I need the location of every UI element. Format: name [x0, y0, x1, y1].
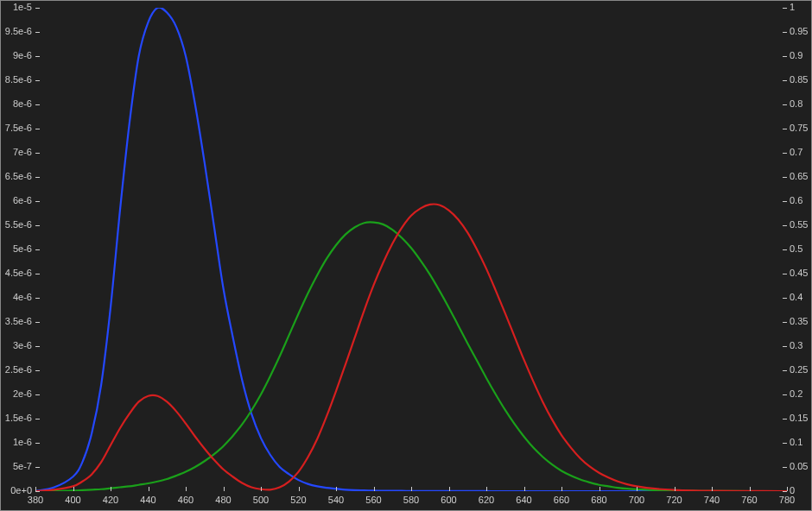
x-tick-mark — [149, 487, 149, 491]
y-tick-mark-left — [35, 104, 40, 105]
chart-frame: 0e+05e-71e-61.5e-62e-62.5e-63e-63.5e-64e… — [0, 0, 812, 511]
y-tick-left: 8.5e-6 — [5, 74, 32, 85]
y-tick-right: 0.3 — [790, 340, 802, 350]
y-tick-mark-right — [783, 298, 787, 299]
y-tick-right: 0.05 — [790, 461, 808, 471]
y-tick-left: 1e-6 — [13, 437, 32, 447]
x-tick: 740 — [700, 495, 724, 505]
y-tick-left: 6e-6 — [13, 195, 32, 205]
y-tick-mark-left — [35, 201, 40, 202]
x-tick: 580 — [399, 495, 423, 505]
y-tick-left: 5e-7 — [13, 461, 32, 471]
x-tick: 760 — [738, 495, 762, 505]
y-tick-mark-right — [783, 443, 787, 444]
y-tick-mark-left — [35, 225, 40, 226]
y-tick-mark-left — [35, 394, 40, 395]
y-tick-left: 3e-6 — [13, 340, 32, 350]
y-tick-left: 5e-6 — [13, 243, 32, 254]
y-tick-left: 9e-6 — [13, 50, 32, 60]
y-tick-mark-left — [35, 80, 40, 81]
x-tick-mark — [73, 487, 74, 491]
x-tick: 420 — [98, 495, 123, 505]
y-tick-mark-left — [35, 129, 40, 129]
y-tick-right: 0.8 — [790, 98, 802, 109]
x-tick-mark — [524, 487, 525, 491]
x-tick-mark — [712, 487, 713, 491]
y-tick-right: 0.35 — [790, 316, 808, 326]
y-tick-mark-left — [35, 8, 40, 9]
x-tick: 680 — [587, 495, 612, 505]
y-tick-mark-right — [783, 274, 787, 274]
y-tick-right: 0.95 — [790, 26, 808, 36]
y-tick-left: 7.5e-6 — [5, 123, 32, 133]
y-tick-mark-left — [35, 419, 40, 420]
x-tick-mark — [224, 487, 225, 491]
y-tick-mark-left — [35, 32, 40, 33]
y-tick-mark-left — [35, 274, 40, 274]
y-tick-mark-left — [35, 370, 40, 371]
x-tick: 440 — [136, 495, 161, 505]
y-tick-mark-left — [35, 177, 40, 178]
plot-area — [35, 8, 787, 491]
x-tick: 400 — [61, 495, 86, 505]
y-tick-mark-left — [35, 249, 40, 250]
y-tick-mark-left — [35, 322, 40, 323]
y-tick-right: 0.25 — [790, 364, 808, 375]
y-tick-mark-right — [783, 201, 787, 202]
x-tick-mark — [637, 487, 638, 491]
x-tick-mark — [486, 487, 487, 491]
y-tick-mark-right — [783, 467, 787, 468]
y-tick-mark-right — [783, 249, 787, 250]
y-tick-mark-right — [783, 322, 787, 323]
y-tick-right: 0.2 — [790, 388, 802, 399]
series-green — [35, 222, 787, 491]
y-tick-mark-right — [783, 56, 787, 57]
y-tick-mark-right — [783, 104, 787, 105]
y-tick-mark-right — [783, 491, 787, 492]
x-tick: 620 — [474, 495, 498, 505]
x-tick-mark — [186, 487, 187, 491]
x-tick-mark — [35, 487, 36, 491]
x-tick: 380 — [23, 495, 48, 505]
y-tick-mark-left — [35, 443, 40, 444]
y-tick-mark-right — [783, 80, 787, 81]
y-tick-left: 5.5e-6 — [5, 219, 32, 230]
y-tick-mark-right — [783, 153, 787, 154]
x-tick: 720 — [663, 495, 687, 505]
x-tick-mark — [374, 487, 375, 491]
x-tick: 700 — [625, 495, 649, 505]
y-tick-left: 3.5e-6 — [5, 316, 32, 326]
y-tick-right: 0.85 — [790, 74, 808, 85]
y-tick-left: 7e-6 — [13, 147, 32, 157]
y-tick-right: 0.65 — [790, 171, 808, 181]
y-tick-right: 0.1 — [790, 437, 802, 447]
y-tick-left: 9.5e-6 — [5, 26, 32, 36]
y-tick-right: 0.7 — [790, 147, 802, 157]
x-tick: 540 — [324, 495, 348, 505]
x-tick-mark — [561, 487, 562, 491]
curves-layer — [35, 8, 787, 491]
x-tick-mark — [261, 487, 262, 491]
x-tick-mark — [787, 487, 788, 491]
x-tick-mark — [336, 487, 337, 491]
y-tick-mark-right — [783, 225, 787, 226]
x-tick-mark — [111, 487, 111, 491]
y-tick-mark-left — [35, 298, 40, 299]
y-tick-left: 8e-6 — [13, 98, 32, 109]
y-tick-mark-right — [783, 346, 787, 347]
y-tick-right: 1 — [790, 2, 795, 12]
x-tick: 640 — [512, 495, 536, 505]
y-tick-right: 0.45 — [790, 268, 808, 278]
y-tick-mark-right — [783, 419, 787, 420]
x-tick: 600 — [437, 495, 461, 505]
x-tick: 520 — [287, 495, 311, 505]
y-tick-left: 6.5e-6 — [5, 171, 32, 181]
x-tick: 780 — [775, 495, 799, 505]
y-tick-mark-left — [35, 467, 40, 468]
y-tick-left: 4.5e-6 — [5, 268, 32, 278]
x-tick-mark — [599, 487, 600, 491]
x-tick: 560 — [362, 495, 386, 505]
y-tick-right: 0.75 — [790, 123, 808, 133]
y-tick-mark-left — [35, 346, 40, 347]
y-tick-mark-left — [35, 153, 40, 154]
